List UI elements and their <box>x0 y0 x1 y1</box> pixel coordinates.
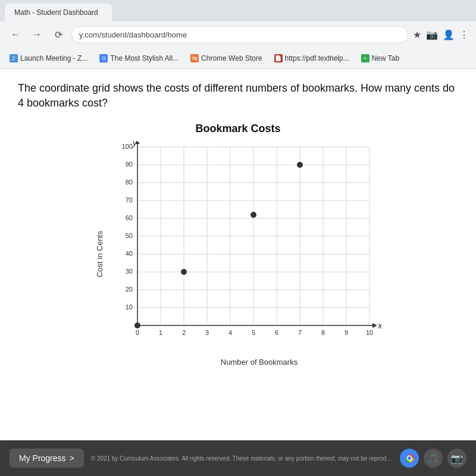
bottom-bar: My Progress > © 2021 by Curriculum Assoc… <box>0 440 476 476</box>
profile-icon[interactable]: 👤 <box>443 29 455 40</box>
svg-text:30: 30 <box>125 268 132 275</box>
taskbar-icons: 🎵 📷 <box>400 449 466 468</box>
svg-text:3: 3 <box>205 329 208 336</box>
bookmark-newtab[interactable]: + New Tab <box>356 52 404 65</box>
bookmark-newtab-icon: + <box>361 54 369 62</box>
bookmark-google-icon: G <box>99 54 108 62</box>
bookmark-newtab-label: New Tab <box>372 54 399 62</box>
tab-bar: Math - Student Dashboard <box>0 0 476 21</box>
active-tab[interactable]: Math - Student Dashboard <box>5 4 112 21</box>
svg-text:y: y <box>132 141 137 148</box>
copyright-text: © 2021 by Curriculum Associates. All rig… <box>91 455 393 462</box>
svg-text:10: 10 <box>125 303 132 311</box>
bookmark-google-label: The Most Stylish All... <box>110 54 178 62</box>
svg-text:40: 40 <box>125 250 132 257</box>
svg-text:20: 20 <box>125 286 132 293</box>
back-button[interactable]: ← <box>7 26 24 43</box>
bookmark-webstore-icon: 🛍 <box>190 54 199 62</box>
x-axis-label: Number of Bookmarks <box>137 358 381 367</box>
bookmark-pdf[interactable]: 📄 https://pdf.texthelp... <box>270 52 354 65</box>
chart-area: Cost in Cents <box>95 141 381 367</box>
svg-text:2: 2 <box>181 329 185 336</box>
svg-text:0: 0 <box>135 329 139 336</box>
svg-text:7: 7 <box>298 329 301 336</box>
forward-button[interactable]: → <box>29 26 45 43</box>
taskbar-icon-2[interactable]: 📷 <box>447 449 466 468</box>
address-bar-row: ← → ⟳ y.com/student/dashboard/home ★ 📷 👤… <box>0 21 476 48</box>
svg-text:6: 6 <box>274 329 278 336</box>
svg-text:5: 5 <box>251 329 255 336</box>
address-bar[interactable]: y.com/student/dashboard/home <box>71 26 408 43</box>
browser-chrome: Math - Student Dashboard ← → ⟳ y.com/stu… <box>0 0 476 69</box>
my-progress-label: My Progress <box>19 453 66 463</box>
svg-marker-23 <box>372 323 377 328</box>
data-point-0-0 <box>134 322 140 328</box>
taskbar-icon-1[interactable]: 🎵 <box>424 449 443 468</box>
y-axis-label: Cost in Cents <box>95 231 104 277</box>
graph-wrapper: y x 10 20 30 40 50 60 70 80 90 100 0 <box>108 141 381 367</box>
menu-icon[interactable]: ⋮ <box>459 29 469 40</box>
my-progress-button[interactable]: My Progress > <box>10 449 84 468</box>
extension-icon-1[interactable]: 📷 <box>426 29 438 40</box>
data-point-5-62 <box>250 212 256 218</box>
bookmark-webstore[interactable]: 🛍 Chrome Web Store <box>186 52 267 65</box>
bookmark-zoom-icon: Z <box>10 54 18 62</box>
svg-text:x: x <box>377 321 381 330</box>
tab-title: Math - Student Dashboard <box>14 8 98 17</box>
scatter-plot: y x 10 20 30 40 50 60 70 80 90 100 0 <box>108 141 381 355</box>
bookmark-zoom[interactable]: Z Launch Meeting - Z... <box>5 52 92 65</box>
question-text: The coordinate grid shows the costs of d… <box>18 81 458 111</box>
refresh-button[interactable]: ⟳ <box>50 26 67 43</box>
svg-point-49 <box>408 456 411 460</box>
bookmark-zoom-label: Launch Meeting - Z... <box>20 54 87 62</box>
bookmarks-bar: Z Launch Meeting - Z... G The Most Styli… <box>0 48 476 69</box>
svg-text:9: 9 <box>344 329 347 336</box>
bookmark-star-icon[interactable]: ★ <box>413 29 421 40</box>
svg-text:10: 10 <box>365 329 372 336</box>
svg-text:50: 50 <box>125 232 132 239</box>
main-content: The coordinate grid shows the costs of d… <box>0 69 476 440</box>
data-point-2-30 <box>181 269 187 275</box>
svg-text:70: 70 <box>125 196 132 203</box>
svg-text:1: 1 <box>158 329 162 336</box>
svg-text:4: 4 <box>228 329 231 336</box>
data-point-7-90 <box>297 162 303 168</box>
address-text: y.com/student/dashboard/home <box>79 30 187 39</box>
chart-container: Bookmark Costs Cost in Cents <box>18 123 458 367</box>
svg-text:60: 60 <box>125 214 132 221</box>
bookmark-pdf-label: https://pdf.texthelp... <box>285 54 349 62</box>
bookmark-google[interactable]: G The Most Stylish All... <box>95 52 183 65</box>
svg-text:90: 90 <box>125 161 132 168</box>
svg-text:80: 80 <box>125 178 132 186</box>
chrome-icon[interactable] <box>400 449 419 468</box>
chart-title: Bookmark Costs <box>195 123 280 135</box>
chevron-icon: > <box>70 453 74 463</box>
bookmark-pdf-icon: 📄 <box>274 54 283 62</box>
svg-text:100: 100 <box>121 143 132 150</box>
bookmark-webstore-label: Chrome Web Store <box>201 54 262 62</box>
svg-text:8: 8 <box>321 329 324 336</box>
